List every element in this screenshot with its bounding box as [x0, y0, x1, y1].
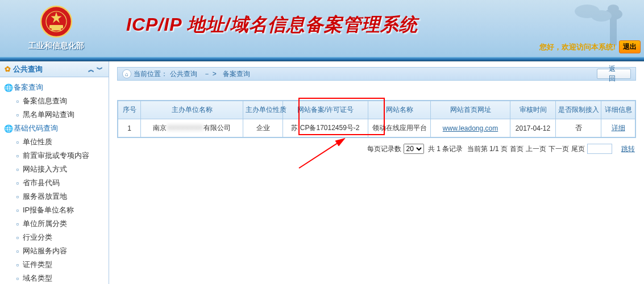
svg-point-0	[41, 6, 72, 37]
tree-item[interactable]: ▫单位所属分类	[3, 217, 106, 231]
tree-group[interactable]: 🌐备案查询	[3, 81, 106, 94]
svg-point-9	[591, 10, 612, 22]
tree-item[interactable]: ▫网站服务内容	[3, 244, 106, 258]
sidebar-head-label: 公共查询	[13, 65, 43, 73]
pager-first[interactable]: 首页	[510, 144, 523, 154]
pager-page: 当前第 1/1 页	[465, 144, 508, 154]
cell-license: 苏ICP备17012459号-2	[283, 119, 368, 137]
tree-item[interactable]: ▫域名类型	[3, 272, 106, 284]
tree-item[interactable]: ▫单位性质	[3, 135, 106, 149]
doc-icon: ▫	[13, 233, 23, 242]
th: 主办单位名称	[141, 101, 243, 119]
tree-item[interactable]: ▫行业分类	[3, 231, 106, 244]
pager-total: 共 1 条记录	[426, 144, 463, 154]
tree-item[interactable]: ▫前置审批或专项内容	[3, 149, 106, 162]
crumb-path-2[interactable]: 备案查询	[223, 69, 250, 79]
sidebar-head: ✿公共查询 ︽︾	[0, 61, 109, 77]
pager: 每页记录数 20 共 1 条记录 当前第 1/1 页 首页 上一页 下一页 尾页…	[117, 138, 636, 160]
doc-icon: ▫	[13, 193, 23, 201]
doc-icon: ▫	[13, 274, 23, 283]
decor-icon	[570, 0, 638, 45]
sidebar-collapse-arrows[interactable]: ︽︾	[87, 65, 104, 74]
th: 详细信息	[601, 101, 635, 119]
cell-detail: 详细	[601, 119, 635, 137]
perpage-label: 每页记录数	[367, 144, 401, 154]
svg-point-7	[608, 5, 619, 12]
th: 网站首页网址	[431, 101, 510, 119]
table-row: 1 南京XXXXXXXX有限公司 企业 苏ICP备17012459号-2 领动在…	[118, 119, 635, 137]
cell-idx: 1	[118, 119, 141, 137]
doc-icon: ▫	[13, 261, 23, 269]
svg-rect-3	[49, 25, 63, 28]
crumb-path-1[interactable]: 公共查询	[170, 69, 197, 79]
doc-icon: ▫	[13, 97, 23, 106]
sidebar: ✿公共查询 ︽︾ 🌐备案查询▫备案信息查询▫黑名单网站查询🌐基础代码查询▫单位性…	[0, 61, 109, 284]
results-table: 序号主办单位名称主办单位性质网站备案/许可证号网站名称网站首页网址审核时间是否限…	[118, 101, 635, 137]
doc-icon: ▫	[13, 179, 23, 187]
tree-item[interactable]: ▫IP报备单位名称	[3, 203, 106, 217]
gear-icon: ✿	[5, 65, 11, 73]
tree-group[interactable]: 🌐基础代码查询	[3, 122, 106, 135]
table-header-row: 序号主办单位名称主办单位性质网站备案/许可证号网站名称网站首页网址审核时间是否限…	[118, 101, 635, 119]
th: 审核时间	[510, 101, 556, 119]
cell-url: www.leadong.com	[431, 119, 510, 137]
perpage-select[interactable]: 20	[404, 144, 424, 154]
doc-icon: ▫	[13, 247, 23, 256]
doc-icon: ▫	[13, 220, 23, 228]
crumb-label: 当前位置：	[134, 69, 168, 79]
results-panel: 序号主办单位名称主办单位性质网站备案/许可证号网站名称网站首页网址审核时间是否限…	[117, 100, 636, 138]
cell-nature: 企业	[243, 119, 283, 137]
welcome-bar: 您好，欢迎访问本系统! 退出	[539, 40, 641, 53]
tree-item[interactable]: ▫省市县代码	[3, 176, 106, 190]
pager-page-input[interactable]	[587, 144, 612, 154]
app-header: 工业和信息化部 ICP/IP 地址/域名信息备案管理系统 您好，欢迎访问本系统!…	[0, 0, 644, 57]
th: 是否限制接入	[556, 101, 601, 119]
tree-item[interactable]: ▫证件类型	[3, 258, 106, 272]
globe-icon: 🌐	[3, 83, 14, 92]
tree-item[interactable]: ▫黑名单网站查询	[3, 108, 106, 122]
cell-restricted: 否	[556, 119, 601, 137]
th: 网站备案/许可证号	[283, 101, 368, 119]
svg-rect-4	[52, 28, 61, 31]
exit-button[interactable]: 退出	[619, 40, 641, 53]
doc-icon: ▫	[13, 111, 23, 119]
back-button[interactable]: 返 回	[597, 69, 631, 79]
org-block: 工业和信息化部	[0, 0, 113, 51]
breadcrumb: ⌂ 当前位置： 公共查询 － > 备案查询 返 回	[117, 67, 636, 81]
home-icon[interactable]: ⌂	[122, 69, 131, 78]
globe-icon: 🌐	[3, 124, 14, 133]
tree-item[interactable]: ▫网站接入方式	[3, 162, 106, 176]
app-title: ICP/IP 地址/域名信息备案管理系统	[113, 0, 418, 37]
welcome-text: 您好，欢迎访问本系统!	[539, 42, 616, 52]
doc-icon: ▫	[13, 165, 23, 174]
crumb-sep: － >	[203, 69, 216, 79]
doc-icon: ▫	[13, 152, 23, 160]
pager-next[interactable]: 下一页	[549, 144, 569, 154]
nav-tree: 🌐备案查询▫备案信息查询▫黑名单网站查询🌐基础代码查询▫单位性质▫前置审批或专项…	[0, 77, 109, 284]
doc-icon: ▫	[13, 138, 23, 147]
th: 主办单位性质	[243, 101, 283, 119]
detail-link[interactable]: 详细	[612, 124, 625, 132]
org-name: 工业和信息化部	[0, 41, 113, 51]
th: 网站名称	[368, 101, 431, 119]
content-area: ⌂ 当前位置： 公共查询 － > 备案查询 返 回 序号主办单位名称主办单位性质…	[109, 61, 644, 284]
tree-item[interactable]: ▫备案信息查询	[3, 94, 106, 108]
doc-icon: ▫	[13, 206, 23, 215]
cell-unit: 南京XXXXXXXX有限公司	[141, 119, 243, 137]
emblem-icon	[39, 5, 73, 39]
site-url-link[interactable]: www.leadong.com	[443, 124, 498, 132]
pager-last[interactable]: 尾页	[571, 144, 585, 154]
th: 序号	[118, 101, 141, 119]
nav-stripe	[0, 57, 644, 61]
cell-audit: 2017-04-12	[510, 119, 556, 137]
cell-sitename: 领动在线应用平台	[368, 119, 431, 137]
pager-jump[interactable]: 跳转	[621, 144, 635, 154]
tree-item[interactable]: ▫服务器放置地	[3, 190, 106, 203]
pager-prev[interactable]: 上一页	[526, 144, 546, 154]
